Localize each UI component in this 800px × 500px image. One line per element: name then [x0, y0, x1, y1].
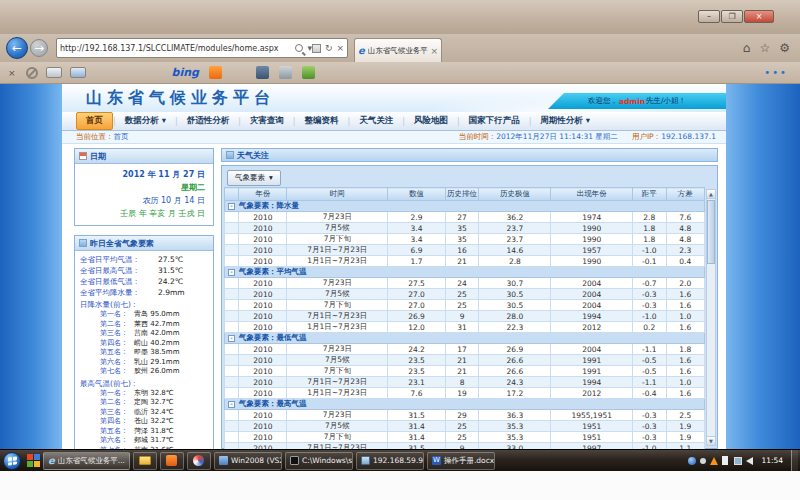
collapse-icon[interactable]: -: [228, 203, 235, 210]
table-row[interactable]: 20107月5候27.02530.52004-0.31.6: [225, 289, 705, 300]
taskbar-window-button-3[interactable]: 192.168.59.99...: [356, 452, 424, 470]
addon-close-icon[interactable]: ×: [8, 68, 16, 78]
system-tray: 11:54: [688, 450, 798, 472]
tray-action-center-icon[interactable]: [722, 456, 730, 465]
window-titlebar[interactable]: – ❐ ×: [0, 0, 800, 34]
group-row[interactable]: -气象要素：最高气温: [225, 399, 705, 410]
table-row[interactable]: 20107月下旬27.02530.52004-0.31.6: [225, 300, 705, 311]
addon-orange-icon[interactable]: [209, 66, 222, 79]
addon-gray-icon[interactable]: [279, 66, 292, 79]
taskbar-window-button-1[interactable]: Win2008 (VS2...: [214, 452, 282, 470]
search-icon[interactable]: [295, 44, 303, 52]
nav-item-4[interactable]: 灾害查询: [241, 113, 293, 129]
addon-blue-icon[interactable]: [256, 66, 269, 79]
scroll-up-icon[interactable]: ▲: [707, 190, 715, 199]
group-row[interactable]: -气象要素：最低气温: [225, 333, 705, 344]
stop-icon[interactable]: ×: [336, 39, 344, 57]
table-cell: 2010: [239, 432, 287, 443]
table-row[interactable]: 20107月5候31.42535.31951-0.31.9: [225, 421, 705, 432]
favorites-star-icon[interactable]: ☆: [759, 41, 770, 55]
taskbar-app-round-button[interactable]: [187, 452, 211, 470]
nav-item-3[interactable]: 舒适性分析: [178, 113, 239, 129]
table-row[interactable]: 20107月23日24.21726.92004-1.11.8: [225, 344, 705, 355]
tray-download-icon[interactable]: [710, 457, 718, 465]
table-row[interactable]: 20107月1日~7月23日6.91614.61957-1.02.3: [225, 245, 705, 256]
address-bar[interactable]: http://192.168.137.1/SLCCLIMATE/modules/…: [56, 38, 348, 58]
home-icon[interactable]: ⌂: [743, 41, 751, 55]
taskbar-ie-button[interactable]: e 山东省气候业务平...: [43, 452, 130, 470]
nav-item-2[interactable]: 数据分析 ▾: [116, 113, 175, 129]
table-row[interactable]: 20107月1日~7月23日26.9928.01994-1.01.0: [225, 311, 705, 322]
element-filter-button[interactable]: 气象要素 ▾: [227, 170, 281, 186]
tab-title: 山东省气候业务平...: [368, 46, 429, 56]
settings-gear-icon[interactable]: ⚙: [779, 41, 790, 55]
group-row[interactable]: -气象要素：平均气温: [225, 267, 705, 278]
taskbar-window-button-2[interactable]: C:\Windows\s...: [285, 452, 353, 470]
bing-logo[interactable]: bing: [172, 66, 199, 79]
table-row[interactable]: 20107月1日~7月23日23.1824.31994-1.11.0: [225, 377, 705, 388]
taskbar-window-button-4[interactable]: W操作手册.docx ...: [427, 452, 495, 470]
forward-button[interactable]: →: [30, 39, 48, 57]
tray-messenger-icon[interactable]: [688, 457, 696, 465]
tray-network-icon[interactable]: [734, 457, 742, 465]
table-row[interactable]: 20107月5候3.43523.719901.84.8: [225, 223, 705, 234]
nav-item-1[interactable]: 首页: [76, 112, 113, 130]
column-header[interactable]: 距平: [632, 188, 666, 201]
maximize-button[interactable]: ❐: [721, 10, 743, 23]
nav-item-7[interactable]: 风险地图: [405, 113, 457, 129]
column-header[interactable]: [225, 188, 239, 201]
ranking-item: 第四名：苍山 32.2℃: [80, 417, 210, 427]
breadcrumb-value[interactable]: 首页: [114, 132, 129, 141]
table-row[interactable]: 20107月23日31.52936.31955,1951-0.32.5: [225, 410, 705, 421]
url-text[interactable]: http://192.168.137.1/SLCCLIMATE/modules/…: [60, 44, 295, 53]
start-button[interactable]: [3, 452, 21, 470]
tray-hidden-icons[interactable]: [700, 458, 706, 464]
blocked-content-icon[interactable]: [26, 67, 38, 79]
nav-item-8[interactable]: 国家下行产品: [460, 113, 529, 129]
refresh-icon[interactable]: ↻: [325, 39, 333, 57]
column-header[interactable]: 方差: [666, 188, 704, 201]
back-button[interactable]: ←: [6, 37, 28, 59]
column-header[interactable]: 年份: [239, 188, 287, 201]
column-header[interactable]: 时间: [287, 188, 388, 201]
table-scrollbar[interactable]: ▲ ▼: [706, 189, 716, 446]
addon-green-icon[interactable]: [302, 66, 315, 79]
scrollbar-thumb[interactable]: [707, 200, 715, 264]
column-header[interactable]: 数值: [388, 188, 446, 201]
addon-card-icon-2[interactable]: [70, 67, 86, 78]
table-row[interactable]: 20107月下旬31.42535.31951-0.31.9: [225, 432, 705, 443]
table-row[interactable]: 20107月23日2.92736.219742.87.6: [225, 212, 705, 223]
table-row[interactable]: 20107月5候23.52126.61991-0.51.6: [225, 355, 705, 366]
group-row[interactable]: -气象要素：降水量: [225, 201, 705, 212]
more-options-icon[interactable]: •••: [764, 67, 788, 78]
browser-tab[interactable]: e 山东省气候业务平... ×: [354, 38, 442, 62]
nav-item-9[interactable]: 周期性分析 ▾: [531, 113, 599, 129]
column-header[interactable]: 出现年份: [551, 188, 633, 201]
addon-card-icon-1[interactable]: [46, 67, 62, 78]
table-row[interactable]: 20107月下旬23.52126.61991-0.51.6: [225, 366, 705, 377]
nav-item-5[interactable]: 整编资料: [296, 113, 348, 129]
table-row[interactable]: 20107月下旬3.43523.719901.84.8: [225, 234, 705, 245]
nav-item-6[interactable]: 天气关注: [350, 113, 402, 129]
collapse-icon[interactable]: -: [228, 335, 235, 342]
close-button[interactable]: ×: [744, 10, 774, 23]
column-header[interactable]: 历史排位: [445, 188, 479, 201]
taskbar-clock[interactable]: 11:54: [761, 456, 783, 465]
taskbar-app-orange-button[interactable]: [160, 452, 184, 470]
table-cell: 2010: [239, 377, 287, 388]
taskbar-explorer-button[interactable]: [133, 452, 157, 470]
compatibility-view-icon[interactable]: [312, 44, 321, 53]
tray-volume-icon[interactable]: [746, 457, 753, 465]
collapse-icon[interactable]: -: [228, 269, 235, 276]
pinned-app-icon[interactable]: [27, 454, 40, 467]
table-row[interactable]: 20101月1日~7月23日7.61917.22012-0.41.6: [225, 388, 705, 399]
tab-close-icon[interactable]: ×: [430, 46, 438, 56]
table-row[interactable]: 20101月1日~7月23日1.7212.81990-0.10.4: [225, 256, 705, 267]
table-row[interactable]: 20101月1日~7月23日12.03122.320120.21.6: [225, 322, 705, 333]
scroll-down-icon[interactable]: ▼: [707, 436, 715, 445]
show-desktop-button[interactable]: [791, 450, 798, 472]
table-row[interactable]: 20107月23日27.52430.72004-0.72.0: [225, 278, 705, 289]
minimize-button[interactable]: –: [698, 10, 720, 23]
collapse-icon[interactable]: -: [228, 401, 235, 408]
column-header[interactable]: 历史极值: [479, 188, 551, 201]
